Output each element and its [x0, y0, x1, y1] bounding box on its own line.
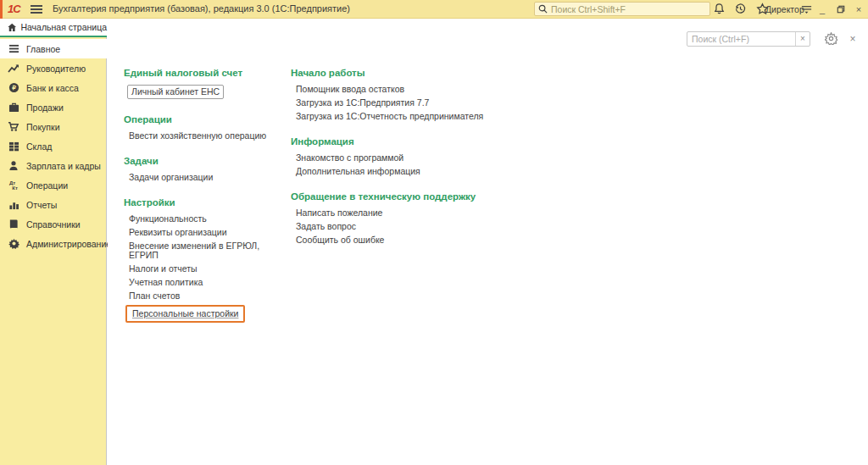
list-item: Внесение изменений в ЕГРЮЛ, ЕГРИП	[124, 240, 289, 263]
page-search-clear-button[interactable]: ×	[795, 32, 810, 46]
storage-grid-icon	[8, 141, 19, 152]
menu-lines-icon	[8, 43, 19, 55]
link-zagruzka-iz-1c-77[interactable]: Загрузка из 1С:Предприятия 7.7	[296, 98, 429, 108]
sidebar-item-pokupki[interactable]: Покупки	[0, 117, 107, 136]
link-zadat-vopros[interactable]: Задать вопрос	[296, 222, 356, 231]
list-item: Дополнительная информация	[291, 165, 528, 179]
page-search[interactable]: ×	[687, 31, 810, 47]
link-uchetnaya-politika[interactable]: Учетная политика	[129, 278, 203, 287]
link-vvesti-operatsiyu[interactable]: Ввести хозяйственную операцию	[129, 131, 266, 141]
link-dopolnitelnaya-informatsiya[interactable]: Дополнительная информация	[296, 167, 420, 176]
list-item: Помощник ввода остатков	[291, 83, 528, 97]
restore-button[interactable]	[834, 3, 848, 16]
debit-credit-icon: Дт Кт	[8, 180, 19, 191]
link-rekvizity-organizatsii[interactable]: Реквизиты организации	[129, 228, 227, 237]
link-lichnyy-kabinet-ens[interactable]: Личный кабинет ЕНС	[127, 85, 224, 99]
book-icon	[8, 219, 19, 230]
section-title: Настройки	[124, 197, 289, 208]
link-personalnye-nastroyki[interactable]: Персональные настройки	[132, 309, 238, 318]
list-item: Знакомство с программой	[291, 152, 528, 165]
home-page-content: × × Единый налоговый счет Личный кабинет…	[108, 19, 868, 465]
gear-icon	[8, 238, 19, 250]
list-item: Функциональность	[124, 213, 289, 226]
section-title: Единый налоговый счет	[124, 68, 289, 78]
1c-logo-icon: 1С	[8, 3, 20, 15]
page-close-button[interactable]: ×	[847, 32, 859, 46]
briefcase-icon	[8, 102, 19, 113]
sidebar-item-zarplata-i-kadry[interactable]: Зарплата и кадры	[0, 156, 107, 175]
section-informatsiya: Информация Знакомство с программой Допол…	[291, 136, 528, 179]
trend-chart-icon	[8, 63, 19, 75]
section-nachalo-raboty: Начало работы Помощник ввода остатков За…	[291, 68, 528, 124]
section-title: Начало работы	[291, 68, 528, 78]
sidebar-item-sklad[interactable]: Склад	[0, 136, 107, 156]
left-column: Единый налоговый счет Личный кабинет ЕНС…	[124, 68, 289, 338]
right-column: Начало работы Помощник ввода остатков За…	[291, 68, 528, 260]
link-napisat-pozhelanie[interactable]: Написать пожелание	[296, 208, 382, 218]
home-page-tab[interactable]: Начальная страница	[0, 19, 107, 37]
sidebar-item-operatsii[interactable]: Дт Кт Операции	[0, 175, 107, 195]
link-pomoschnik-vvoda-ostatkov[interactable]: Помощник ввода остатков	[296, 85, 404, 94]
list-item: Персональные настройки	[124, 303, 289, 325]
link-zagruzka-iz-1c-otchetnost[interactable]: Загрузка из 1С:Отчетность предпринимател…	[296, 112, 483, 121]
list-item: Сообщить об ошибке	[291, 234, 528, 247]
ruble-coin-icon: ₽	[8, 82, 19, 94]
section-nastroyki: Настройки Функциональность Реквизиты орг…	[124, 197, 289, 325]
accent-strip	[0, 0, 3, 19]
link-funktsionalnost[interactable]: Функциональность	[129, 214, 207, 224]
notifications-bell-icon[interactable]	[713, 3, 726, 16]
page-search-input[interactable]	[687, 34, 795, 44]
title-bar: 1С Бухгалтерия предприятия (базовая), ре…	[0, 0, 868, 19]
list-item: Налоги и отчеты	[124, 263, 289, 276]
sidebar-item-glavnoe[interactable]: Главное	[0, 39, 107, 58]
list-item: Реквизиты организации	[124, 226, 289, 240]
sidebar-item-otchety[interactable]: Отчеты	[0, 195, 107, 214]
link-vnesenie-izmeneniy-egrul[interactable]: Внесение изменений в ЕГРЮЛ, ЕГРИП	[129, 241, 289, 260]
shopping-cart-icon	[8, 121, 19, 133]
list-item: Личный кабинет ЕНС	[124, 83, 289, 102]
sidebar-item-bank-i-kassa[interactable]: ₽ Банк и касса	[0, 78, 107, 97]
section-operatsii: Операции Ввести хозяйственную операцию	[124, 114, 289, 143]
history-icon[interactable]	[734, 3, 748, 16]
window-title: Бухгалтерия предприятия (базовая), редак…	[53, 3, 350, 14]
list-item: Загрузка из 1С:Предприятия 7.7	[291, 97, 528, 110]
section-title: Информация	[291, 136, 528, 147]
highlight-annotation-box: Персональные настройки	[125, 305, 245, 323]
1c-enterprise-window: { "window": { "title": "Бухгалтерия пред…	[0, 0, 868, 465]
current-user-label[interactable]: Директор	[765, 4, 804, 14]
home-icon	[7, 22, 17, 33]
list-item: План счетов	[124, 290, 289, 303]
sidebar-item-prodazhi[interactable]: Продажи	[0, 97, 107, 117]
minimize-button[interactable]: _	[815, 3, 829, 16]
link-plan-schetov[interactable]: План счетов	[129, 291, 180, 301]
bar-chart-icon	[8, 199, 19, 211]
list-item: Написать пожелание	[291, 207, 528, 220]
link-nalogi-i-otchety[interactable]: Налоги и отчеты	[129, 264, 198, 274]
link-zadachi-organizatsii[interactable]: Задачи организации	[129, 173, 213, 182]
close-window-button[interactable]: ×	[852, 3, 865, 16]
section-title: Обращение в техническую поддержку	[291, 191, 528, 202]
list-item: Ввести хозяйственную операцию	[124, 130, 289, 143]
list-item: Загрузка из 1С:Отчетность предпринимател…	[291, 110, 528, 124]
global-search-input[interactable]	[551, 4, 706, 14]
svg-text:₽: ₽	[12, 84, 16, 91]
list-item: Учетная политика	[124, 276, 289, 290]
link-soobschit-ob-oshibke[interactable]: Сообщить об ошибке	[296, 235, 384, 245]
sidebar-item-spravochniki[interactable]: Справочники	[0, 214, 107, 234]
link-znakomstvo-s-programmoy[interactable]: Знакомство с программой	[296, 153, 403, 163]
home-tab-label: Начальная страница	[20, 22, 107, 32]
global-search[interactable]	[534, 2, 710, 16]
section-eniy-nalogoviy-schet: Единый налоговый счет Личный кабинет ЕНС	[124, 68, 289, 102]
section-title: Задачи	[124, 156, 289, 166]
section-zadachi: Задачи Задачи организации	[124, 156, 289, 185]
list-item: Задачи организации	[124, 171, 289, 185]
search-icon	[538, 4, 548, 14]
sidebar-item-administrirovanie[interactable]: Администрирование	[0, 234, 107, 253]
sections-panel: Начальная страница Главное Руководителю …	[0, 19, 107, 465]
list-item: Задать вопрос	[291, 220, 528, 234]
sidebar-item-rukovoditelyu[interactable]: Руководителю	[0, 58, 107, 78]
main-menu-icon[interactable]	[31, 3, 42, 15]
section-title: Операции	[124, 114, 289, 125]
service-menu-icon[interactable]	[800, 3, 814, 16]
page-settings-gear-icon[interactable]	[825, 32, 838, 46]
